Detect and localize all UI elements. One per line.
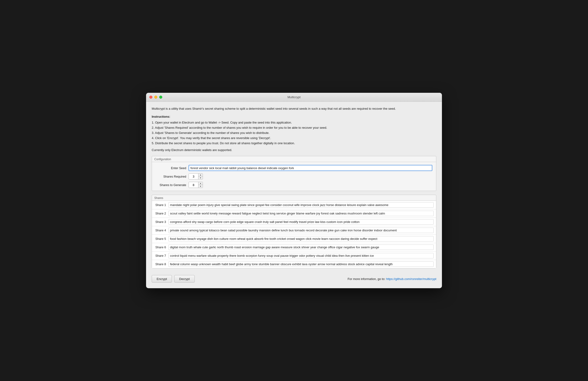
instruction-step-4: 4. Click on 'Encrypt'. You may verify th… (152, 136, 436, 141)
shares-required-up[interactable]: ▲ (198, 173, 203, 176)
share-value-5[interactable] (168, 236, 434, 241)
shares-generate-row: Shares to Generate ▲ ▼ (156, 182, 432, 188)
configuration-section: Configuration Enter Seed Shares Required… (152, 156, 436, 191)
share-value-1[interactable] (168, 202, 434, 208)
share-label-7: Share 7 (154, 254, 168, 257)
shares-required-down[interactable]: ▼ (198, 176, 203, 179)
share-row: Share 3 (152, 218, 436, 226)
shares-generate-label: Shares to Generate (156, 183, 189, 187)
share-label-3: Share 3 (154, 220, 168, 224)
shares-generate-up[interactable]: ▲ (198, 182, 203, 185)
close-button[interactable] (149, 96, 152, 99)
instructions-title: Instructions: (152, 114, 436, 119)
seed-label: Enter Seed (156, 166, 189, 170)
app-description: Multicrypt is a utility that uses Shamir… (152, 106, 436, 111)
seed-input[interactable] (189, 165, 432, 171)
share-row: Share 7 (152, 252, 436, 260)
window-title: Multicrypt (287, 95, 301, 99)
shares-section: Shares Share 1Share 2Share 3Share 4Share… (152, 195, 436, 269)
shares-required-label: Shares Required (156, 175, 189, 178)
shares-required-spinner-buttons: ▲ ▼ (198, 173, 203, 179)
maximize-button[interactable] (159, 96, 162, 99)
share-label-4: Share 4 (154, 229, 168, 232)
shares-generate-input[interactable] (189, 182, 198, 188)
share-value-3[interactable] (168, 219, 434, 225)
encrypt-button[interactable]: Encrypt (152, 275, 172, 283)
share-value-2[interactable] (168, 211, 434, 216)
share-row: Share 6 (152, 243, 436, 252)
share-value-4[interactable] (168, 228, 434, 233)
share-label-6: Share 6 (154, 245, 168, 249)
share-row: Share 5 (152, 235, 436, 243)
decrypt-button[interactable]: Decrypt (174, 275, 195, 283)
share-label-5: Share 5 (154, 237, 168, 240)
shares-generate-down[interactable]: ▼ (198, 185, 203, 188)
supported-text: Currently only Electrum deterministic wa… (152, 148, 436, 152)
share-row: Share 2 (152, 209, 436, 218)
shares-list: Share 1Share 2Share 3Share 4Share 5Share… (152, 201, 436, 268)
share-row: Share 8 (152, 260, 436, 268)
share-label-8: Share 8 (154, 262, 168, 266)
shares-required-input[interactable] (189, 174, 198, 179)
share-value-7[interactable] (168, 253, 434, 258)
footer-info: For more information, go to: https://git… (348, 277, 436, 281)
main-window: Multicrypt Multicrypt is a utility that … (146, 93, 442, 288)
share-row: Share 1 (152, 201, 436, 209)
shares-generate-spinner-buttons: ▲ ▼ (198, 182, 203, 188)
shares-required-row: Shares Required ▲ ▼ (156, 173, 432, 179)
share-value-8[interactable] (168, 261, 434, 267)
share-row: Share 4 (152, 226, 436, 235)
instruction-step-1: 1. Open your wallet in Electrum and go t… (152, 120, 436, 125)
shares-header: Shares (152, 195, 436, 201)
instruction-step-3: 3. Adjust 'Shares to Generate' according… (152, 130, 436, 136)
content-area: Multicrypt is a utility that uses Shamir… (146, 102, 442, 288)
action-buttons: Encrypt Decrypt (152, 275, 195, 283)
share-value-6[interactable] (168, 245, 434, 250)
shares-generate-spinner: ▲ ▼ (189, 182, 203, 188)
shares-required-spinner: ▲ ▼ (189, 173, 203, 179)
bottom-bar: Encrypt Decrypt For more information, go… (152, 273, 436, 283)
configuration-header: Configuration (152, 156, 436, 162)
instruction-step-2: 2. Adjust 'Shares Required' according to… (152, 125, 436, 130)
configuration-body: Enter Seed Shares Required ▲ ▼ (152, 162, 436, 191)
github-link[interactable]: https://github.com/ronreiter/multicrypt (386, 277, 436, 281)
share-label-1: Share 1 (154, 203, 168, 207)
footer-info-prefix: For more information, go to: (348, 277, 386, 281)
instructions-block: Instructions: 1. Open your wallet in Ele… (152, 114, 436, 146)
minimize-button[interactable] (154, 96, 157, 99)
traffic-lights (149, 96, 162, 99)
title-bar: Multicrypt (146, 93, 442, 102)
share-label-2: Share 2 (154, 212, 168, 215)
instruction-step-5: 5. Distribute the secret shares to peopl… (152, 141, 436, 146)
seed-row: Enter Seed (156, 165, 432, 171)
